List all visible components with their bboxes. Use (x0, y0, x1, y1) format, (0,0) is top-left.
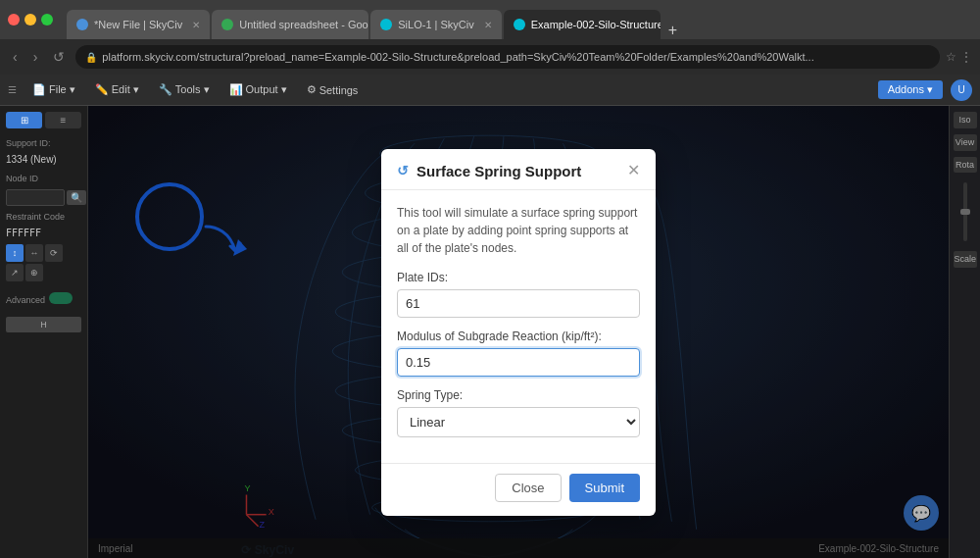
browser-tab-4-active[interactable]: Example-002-Silo-Structure |... ✕ (504, 10, 661, 39)
modal-body: This tool will simulate a surface spring… (381, 190, 656, 463)
advanced-label: Advanced (6, 295, 45, 305)
node-search-button[interactable]: 🔍 (67, 190, 86, 205)
output-icon: 📊 (229, 83, 243, 96)
iso-view-button[interactable]: Iso (954, 112, 977, 128)
sidebar-toggle-grid[interactable]: ⊞ (6, 112, 42, 128)
spring-type-select[interactable]: Linear Compression Only Tension Only (397, 407, 640, 437)
new-tab-button[interactable]: + (662, 22, 683, 39)
tab-close-3[interactable]: ✕ (484, 20, 492, 30)
address-bar[interactable]: 🔒 platform.skyciv.com/structural?preload… (75, 45, 940, 69)
canvas-area: X Y Z ⟳ SkyCiv ↺ Surface Spring Support … (88, 106, 949, 558)
modal-header: ↺ Surface Spring Support ✕ (381, 149, 656, 190)
browser-chrome: *New File | SkyCiv ✕ Untitled spreadshee… (0, 0, 980, 39)
advanced-row: Advanced (6, 291, 81, 305)
support-id-value: 1334 (New) (6, 154, 81, 165)
modal-title-icon: ↺ (397, 163, 409, 178)
tools-icon: 🔧 (159, 83, 172, 96)
close-window-button[interactable] (8, 14, 20, 25)
tab-icon-2 (221, 19, 233, 30)
close-button[interactable]: Close (495, 474, 561, 502)
browser-tab-1[interactable]: *New File | SkyCiv ✕ (67, 10, 210, 39)
user-avatar[interactable]: U (951, 79, 972, 101)
spring-type-label: Spring Type: (397, 388, 640, 402)
node-id-label: Node ID (6, 174, 38, 183)
maximize-window-button[interactable] (41, 14, 53, 25)
browser-tab-3[interactable]: SiLO-1 | SkyCiv ✕ (370, 10, 501, 39)
app-logo-text: ☰ (8, 84, 17, 95)
modal-overlay: ↺ Surface Spring Support ✕ This tool wil… (88, 106, 949, 558)
plate-ids-label: Plate IDs: (397, 271, 640, 284)
settings-icon: ⚙ (307, 83, 317, 96)
help-button[interactable]: H (6, 317, 81, 332)
output-menu-button[interactable]: 📊 Output ▾ (221, 80, 295, 99)
browser-tab-2[interactable]: Untitled spreadsheet - Google ... ✕ (212, 10, 368, 39)
tab-icon-3 (380, 19, 392, 30)
tab-label-4: Example-002-Silo-Structure |... (531, 19, 661, 30)
back-button[interactable]: ‹ (8, 47, 23, 67)
tools-menu-button[interactable]: 🔧 Tools ▾ (151, 80, 218, 99)
restraint-code-label: Restraint Code (6, 212, 81, 222)
browser-tabs: *New File | SkyCiv ✕ Untitled spreadshee… (67, 0, 683, 39)
modal-title-text: Surface Spring Support (416, 163, 581, 179)
edit-icon: ✏️ (95, 83, 109, 96)
surface-spring-support-modal: ↺ Surface Spring Support ✕ This tool wil… (381, 149, 656, 516)
bookmark-icon[interactable]: ☆ (946, 50, 956, 64)
tab-label-3: SiLO-1 | SkyCiv (398, 19, 473, 30)
node-id-input[interactable] (6, 189, 65, 206)
edit-menu-button[interactable]: ✏️ Edit ▾ (87, 80, 147, 99)
restraint-code-value: FFFFFF (6, 228, 81, 238)
extensions-icon[interactable]: ⋮ (960, 50, 972, 64)
modal-footer: Close Submit (381, 463, 656, 516)
lock-icon: 🔒 (85, 52, 97, 63)
browser-actions: ☆ ⋮ (946, 50, 972, 64)
refresh-button[interactable]: ↺ (48, 47, 70, 67)
settings-menu-button[interactable]: ⚙ Settings (299, 80, 367, 99)
view-button[interactable]: View (954, 134, 977, 151)
node-id-row: Node ID (6, 171, 81, 183)
spring-type-field: Spring Type: Linear Compression Only Ten… (397, 388, 640, 437)
plate-ids-field: Plate IDs: (397, 271, 640, 318)
restraint-icon-2[interactable]: ↔ (25, 244, 43, 262)
plate-ids-input[interactable] (397, 289, 640, 318)
advanced-toggle[interactable] (49, 292, 73, 304)
restraint-icon-4[interactable]: ↗ (6, 264, 24, 281)
restraint-icon-3[interactable]: ⟳ (45, 244, 63, 262)
restraint-icon-5[interactable]: ⊕ (25, 264, 43, 281)
modal-title: ↺ Surface Spring Support (397, 163, 581, 179)
tab-close-1[interactable]: ✕ (192, 20, 200, 30)
sidebar-view-toggles: ⊞ ≡ (6, 112, 81, 128)
address-text: platform.skyciv.com/structural?preload_n… (102, 51, 813, 63)
addons-button[interactable]: Addons ▾ (878, 80, 943, 99)
tab-label-1: *New File | SkyCiv (94, 19, 182, 30)
tab-icon-1 (76, 19, 88, 30)
modulus-label: Modulus of Subgrade Reaction (kip/ft²): (397, 330, 640, 343)
address-bar-row: ‹ › ↺ 🔒 platform.skyciv.com/structural?p… (0, 39, 980, 75)
node-id-input-row[interactable]: 🔍 (6, 189, 81, 206)
submit-button[interactable]: Submit (569, 474, 640, 502)
tab-icon-4 (514, 19, 525, 30)
zoom-slider-thumb[interactable] (960, 209, 970, 215)
minimize-window-button[interactable] (24, 14, 36, 25)
modal-description: This tool will simulate a surface spring… (397, 204, 640, 257)
zoom-slider-track (963, 182, 967, 241)
sidebar-toggle-list[interactable]: ≡ (45, 112, 81, 128)
restraint-icons-row: ↕ ↔ ⟳ ↗ ⊕ (6, 244, 81, 281)
main-area: ⊞ ≡ Support ID: 1334 (New) Node ID 🔍 Res… (0, 106, 980, 558)
file-icon: 📄 (32, 83, 46, 96)
rotate-button[interactable]: Rota (954, 157, 977, 174)
tab-label-2: Untitled spreadsheet - Google ... (239, 19, 368, 30)
restraint-icon-1[interactable]: ↕ (6, 244, 24, 262)
scale-button[interactable]: Scale (954, 251, 977, 268)
window-controls (8, 14, 53, 25)
right-toolbar: Iso View Rota Scale (949, 106, 980, 558)
support-id-label: Support ID: (6, 138, 81, 148)
modal-close-x-button[interactable]: ✕ (627, 163, 640, 178)
modulus-input[interactable] (397, 348, 640, 377)
left-sidebar: ⊞ ≡ Support ID: 1334 (New) Node ID 🔍 Res… (0, 106, 88, 558)
app-toolbar: ☰ 📄 File ▾ ✏️ Edit ▾ 🔧 Tools ▾ 📊 Output … (0, 75, 980, 106)
modulus-field: Modulus of Subgrade Reaction (kip/ft²): (397, 330, 640, 377)
file-menu-button[interactable]: 📄 File ▾ (24, 80, 83, 99)
forward-button[interactable]: › (28, 47, 43, 67)
